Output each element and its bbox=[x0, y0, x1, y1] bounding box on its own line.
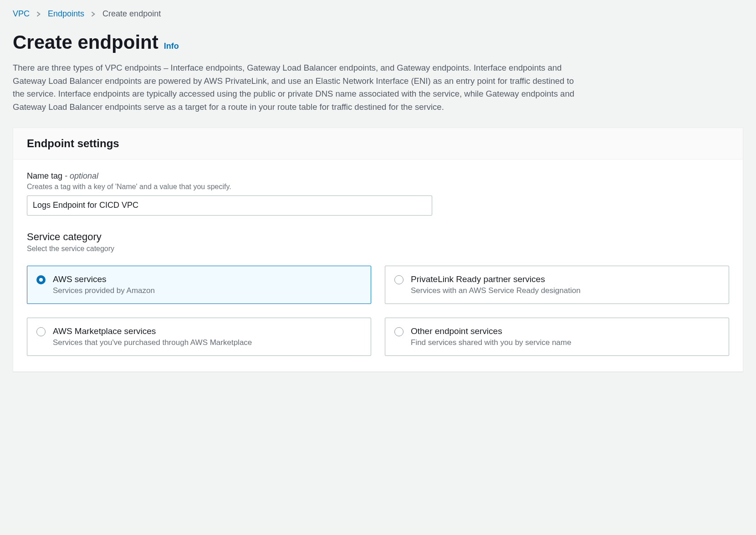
radio-desc: Find services shared with you by service… bbox=[411, 338, 720, 347]
breadcrumb-current: Create endpoint bbox=[102, 9, 161, 19]
radio-desc: Services that you've purchased through A… bbox=[53, 338, 362, 347]
radio-icon bbox=[394, 327, 404, 336]
radio-desc: Services with an AWS Service Ready desig… bbox=[411, 286, 720, 295]
service-category-label: Service category bbox=[27, 231, 729, 243]
card-title: Endpoint settings bbox=[27, 137, 729, 150]
radio-title: Other endpoint services bbox=[411, 326, 720, 336]
page-title: Create endpoint bbox=[13, 31, 158, 53]
breadcrumb-link-vpc[interactable]: VPC bbox=[13, 9, 30, 19]
page-description: There are three types of VPC endpoints –… bbox=[13, 62, 587, 114]
radio-title: AWS Marketplace services bbox=[53, 326, 362, 336]
chevron-right-icon bbox=[36, 11, 41, 17]
card-body: Name tag - optional Creates a tag with a… bbox=[13, 159, 743, 371]
radio-desc: Services provided by Amazon bbox=[53, 286, 362, 295]
radio-icon bbox=[36, 275, 46, 284]
name-tag-helper: Creates a tag with a key of 'Name' and a… bbox=[27, 183, 729, 191]
radio-icon bbox=[36, 327, 46, 336]
radio-icon bbox=[394, 275, 404, 284]
name-tag-label: Name tag - optional bbox=[27, 171, 729, 181]
name-tag-label-text: Name tag bbox=[27, 171, 62, 180]
radio-title: PrivateLink Ready partner services bbox=[411, 274, 720, 284]
radio-privatelink-partner[interactable]: PrivateLink Ready partner services Servi… bbox=[385, 266, 729, 304]
radio-marketplace[interactable]: AWS Marketplace services Services that y… bbox=[27, 318, 371, 356]
breadcrumb: VPC Endpoints Create endpoint bbox=[13, 9, 743, 19]
name-tag-optional: - optional bbox=[62, 171, 98, 180]
endpoint-settings-card: Endpoint settings Name tag - optional Cr… bbox=[13, 128, 743, 372]
info-link[interactable]: Info bbox=[164, 41, 179, 51]
service-category-options: AWS services Services provided by Amazon… bbox=[27, 266, 729, 356]
radio-other-endpoint[interactable]: Other endpoint services Find services sh… bbox=[385, 318, 729, 356]
radio-title: AWS services bbox=[53, 274, 362, 284]
page-title-row: Create endpoint Info bbox=[13, 31, 743, 53]
card-header: Endpoint settings bbox=[13, 128, 743, 159]
breadcrumb-link-endpoints[interactable]: Endpoints bbox=[48, 9, 84, 19]
chevron-right-icon bbox=[91, 11, 96, 17]
radio-aws-services[interactable]: AWS services Services provided by Amazon bbox=[27, 266, 371, 304]
service-category-helper: Select the service category bbox=[27, 245, 729, 253]
name-tag-input[interactable] bbox=[27, 195, 432, 216]
